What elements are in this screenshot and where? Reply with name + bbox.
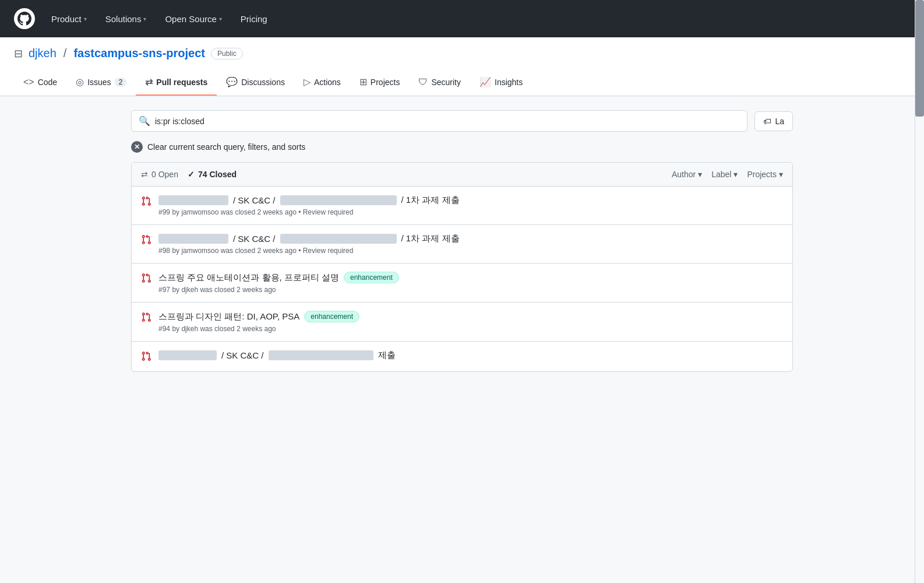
label-filter-button[interactable]: Label ▾ [711,170,738,179]
blurred-text [158,350,217,360]
clear-filter-button[interactable]: ✕ [131,141,143,153]
blurred-text-2 [280,195,397,205]
chevron-down-icon: ▾ [698,170,702,179]
tab-discussions[interactable]: 💬 Discussions [217,69,294,96]
repo-owner[interactable]: djkeh [29,47,57,60]
label-badge-enhancement[interactable]: enhancement [344,272,399,283]
pr-number: #98 [158,247,170,255]
pr-closed-icon [141,234,151,247]
issues-badge: 2 [115,78,127,87]
repo-separator: / [64,47,67,60]
repo-name[interactable]: fastcampus-sns-project [73,47,205,60]
visibility-badge: Public [211,48,243,59]
pr-title[interactable]: / SK C&C / / 1차 과제 제출 [158,195,783,206]
repo-tabs: <> Code ◎ Issues 2 ⇄ Pull requests 💬 Dis… [14,69,910,96]
nav-open-source[interactable]: Open Source ▾ [163,9,224,29]
pr-content: / SK C&C / 제출 [158,350,783,363]
chevron-down-icon: ▾ [84,16,87,22]
nav-solutions[interactable]: Solutions ▾ [103,9,149,29]
labels-button[interactable]: 🏷 La [754,111,793,131]
security-icon: 🛡 [418,77,428,87]
table-row: 스프링 주요 애노테이션과 활용, 프로퍼티 설명 enhancement #9… [132,264,792,303]
check-icon: ✓ [188,170,195,179]
pr-author[interactable]: jamwomsoo [181,247,218,255]
pr-closed-icon [141,273,151,285]
issues-icon: ◎ [76,76,84,87]
pr-icon: ⇄ [145,76,153,87]
closed-count-button[interactable]: ✓ 74 Closed [188,170,237,179]
tab-insights[interactable]: 📈 Insights [470,69,532,96]
nav-product[interactable]: Product ▾ [49,9,89,29]
blurred-text-2 [269,350,373,360]
open-count-button[interactable]: ⇄ 0 Open [141,170,178,179]
chevron-down-icon: ▾ [733,170,738,179]
table-row: / SK C&C / 제출 [132,342,792,371]
tab-code[interactable]: <> Code [14,69,66,96]
label-badge-enhancement[interactable]: enhancement [304,311,359,322]
scrollbar-track [915,0,924,583]
pr-number: #99 [158,208,170,216]
discussions-icon: 💬 [226,76,238,87]
pr-title[interactable]: / SK C&C / / 1차 과제 제출 [158,233,783,244]
pr-content: / SK C&C / / 1차 과제 제출 #99 by jamwomsoo w… [158,195,783,216]
table-row: / SK C&C / / 1차 과제 제출 #98 by jamwomsoo w… [132,225,792,264]
tab-projects[interactable]: ⊞ Projects [350,69,410,96]
pr-closed-icon [141,312,151,324]
table-row: / SK C&C / / 1차 과제 제출 #99 by jamwomsoo w… [132,187,792,225]
pr-title[interactable]: 스프링 주요 애노테이션과 활용, 프로퍼티 설명 enhancement [158,272,783,283]
pr-subtitle: #99 by jamwomsoo was closed 2 weeks ago … [158,208,783,216]
table-row: 스프링과 디자인 패턴: DI, AOP, PSA enhancement #9… [132,303,792,342]
pr-title[interactable]: / SK C&C / 제출 [158,350,783,361]
search-box: 🔍 [131,110,747,132]
pr-count-group: ⇄ 0 Open ✓ 74 Closed [141,170,662,179]
pr-title-main: 스프링 주요 애노테이션과 활용, 프로퍼티 설명 [158,272,339,283]
pr-number: #97 [158,286,170,294]
pr-subtitle: #97 by djkeh was closed 2 weeks ago [158,286,783,294]
code-icon: <> [23,77,34,87]
nav-pricing[interactable]: Pricing [238,9,270,29]
github-logo[interactable] [14,8,35,29]
repo-header: ⊟ djkeh / fastcampus-sns-project Public … [0,37,924,96]
chevron-down-icon: ▾ [143,16,146,22]
pr-title-end: 제출 [378,350,396,361]
pr-title-text: / SK C&C / [233,195,276,205]
pr-author[interactable]: jamwomsoo [181,208,218,216]
tab-pull-requests[interactable]: ⇄ Pull requests [136,69,217,96]
pr-subtitle: #94 by djkeh was closed 2 weeks ago [158,325,783,333]
search-input[interactable] [155,117,740,126]
pr-open-icon: ⇄ [141,170,148,179]
blurred-text-2 [280,234,397,244]
scrollbar-thumb[interactable] [915,0,924,117]
pr-content: 스프링 주요 애노테이션과 활용, 프로퍼티 설명 enhancement #9… [158,272,783,294]
pr-list-header: ⇄ 0 Open ✓ 74 Closed Author ▾ Label [132,163,792,187]
pr-filters: Author ▾ Label ▾ Projects ▾ [672,170,783,179]
author-filter-button[interactable]: Author ▾ [672,170,702,179]
pr-title-end: / 1차 과제 제출 [401,195,460,206]
pr-list: ⇄ 0 Open ✓ 74 Closed Author ▾ Label [131,162,793,372]
repo-icon: ⊟ [14,47,23,60]
tab-actions[interactable]: ▷ Actions [294,69,350,96]
pr-title-text: / SK C&C / [233,234,276,244]
tab-issues[interactable]: ◎ Issues 2 [66,69,136,96]
clear-filter-row: ✕ Clear current search query, filters, a… [131,141,793,153]
insights-icon: 📈 [479,76,491,87]
pr-author[interactable]: djkeh [181,325,198,333]
pr-title[interactable]: 스프링과 디자인 패턴: DI, AOP, PSA enhancement [158,311,783,322]
actions-icon: ▷ [304,76,311,87]
main-content: 🔍 🏷 La ✕ Clear current search query, fil… [112,96,812,386]
pr-title-text: / SK C&C / [221,350,264,360]
open-count-label: 0 Open [151,170,178,179]
pr-number: #94 [158,325,170,333]
tab-security[interactable]: 🛡 Security [409,69,470,96]
pr-content: 스프링과 디자인 패턴: DI, AOP, PSA enhancement #9… [158,311,783,333]
pr-closed-icon [141,351,151,363]
pr-author[interactable]: djkeh [181,286,198,294]
top-navigation: Product ▾ Solutions ▾ Open Source ▾ Pric… [0,0,924,37]
tag-icon: 🏷 [763,117,771,126]
search-row: 🔍 🏷 La [131,110,793,132]
pr-title-main: 스프링과 디자인 패턴: DI, AOP, PSA [158,311,299,322]
clear-filter-text: Clear current search query, filters, and… [147,142,305,152]
pr-content: / SK C&C / / 1차 과제 제출 #98 by jamwomsoo w… [158,233,783,255]
closed-count-label: 74 Closed [198,170,237,179]
projects-filter-button[interactable]: Projects ▾ [747,170,783,179]
